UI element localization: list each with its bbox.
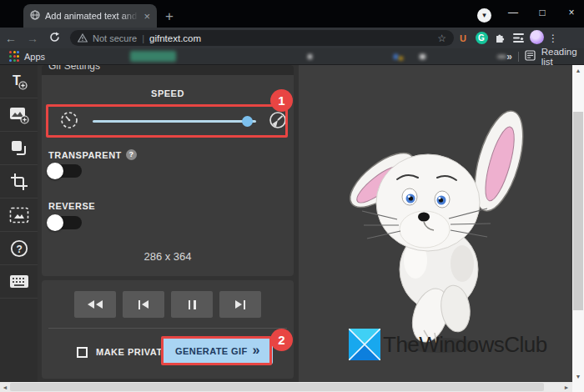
step-forward-button[interactable] [219, 291, 261, 318]
gif-preview[interactable]: TheWindowsClub [299, 65, 572, 382]
not-secure-warning-icon [78, 33, 88, 43]
close-window-button[interactable]: × [563, 7, 580, 18]
reload-button[interactable] [43, 32, 65, 45]
titlebar: Add animated text and images t × + ▾ — □… [0, 0, 584, 28]
rewind-button[interactable] [74, 291, 116, 318]
scrollbar-corner [572, 382, 584, 392]
browser-window: Add animated text and images t × + ▾ — □… [0, 0, 584, 392]
vertical-scrollbar[interactable]: ▲ ▼ [572, 65, 584, 382]
watermark: TheWindowsClub [349, 329, 547, 360]
blurred-bookmark-favicon[interactable] [394, 54, 398, 59]
address-divider: | [142, 33, 144, 43]
gif-dimensions: 286 x 364 [42, 250, 294, 263]
image-selection-tool[interactable] [0, 199, 38, 232]
tab-close-icon[interactable]: × [143, 11, 150, 22]
scroll-right-icon[interactable]: ► [561, 384, 572, 390]
thewindowsclub-logo [349, 329, 380, 360]
transparent-label: TRANSPARENT ? [48, 149, 137, 160]
layers-tool[interactable] [0, 132, 38, 165]
editor-toolbar: T ? [0, 65, 38, 382]
svg-text:?: ? [16, 243, 22, 254]
add-text-tool[interactable]: T [0, 65, 38, 98]
reverse-label: REVERSE [48, 201, 95, 211]
slow-speed-icon [59, 110, 79, 133]
speed-label: SPEED [42, 88, 294, 98]
scroll-up-icon[interactable]: ▲ [572, 68, 584, 73]
chrome-menu-icon[interactable]: ⋮ [546, 33, 561, 44]
minimize-button[interactable]: — [505, 7, 521, 18]
blurred-bookmark[interactable] [130, 51, 176, 62]
bookmarks-overflow-chevron[interactable]: » [506, 51, 512, 63]
tab-favicon-globe-icon [30, 8, 40, 23]
double-chevron-icon: » [253, 343, 260, 358]
actions-divider [48, 328, 287, 329]
step-back-button[interactable] [123, 291, 164, 318]
scroll-left-icon[interactable]: ◄ [0, 384, 10, 390]
annotation-badge-1: 1 [270, 89, 293, 112]
keyboard-shortcuts-tool[interactable] [0, 265, 38, 299]
browser-toolbar: ← → Not secure | gifntext.com ☆ U G ⋮ [0, 28, 584, 48]
apps-label[interactable]: Apps [24, 52, 45, 62]
transparent-help-icon[interactable]: ? [126, 149, 137, 160]
help-tool[interactable]: ? [0, 232, 38, 265]
speed-slider[interactable] [93, 120, 256, 123]
crop-tool[interactable] [0, 165, 38, 199]
new-tab-button[interactable]: + [165, 8, 174, 25]
bookmark-star-icon[interactable]: ☆ [437, 33, 446, 44]
vertical-scrollbar-thumb[interactable] [573, 112, 583, 310]
media-controls-icon[interactable] [509, 33, 527, 43]
fast-speed-icon [268, 110, 288, 133]
blurred-bookmark-favicon[interactable] [497, 55, 506, 58]
add-image-tool[interactable] [0, 98, 38, 132]
back-button[interactable]: ← [0, 32, 22, 45]
url-text: gifntext.com [149, 33, 201, 43]
blurred-bookmark-favicon[interactable] [420, 54, 425, 59]
panel-header: Gif Settings [42, 65, 294, 75]
blurred-bookmark-favicon[interactable] [308, 54, 312, 59]
maximize-button[interactable]: □ [534, 7, 551, 18]
blurred-bookmark-favicon[interactable] [399, 57, 403, 60]
not-secure-label: Not secure [93, 33, 137, 43]
transparent-toggle[interactable] [48, 164, 82, 178]
gif-settings-panel: Gif Settings SPEED TRANSPARENT ? REVERSE [42, 65, 294, 276]
reading-list-label[interactable]: Reading list [541, 47, 577, 67]
scroll-down-icon[interactable]: ▼ [572, 374, 584, 379]
reverse-toggle[interactable] [48, 216, 82, 229]
page-content: T ? Gif Settings [0, 65, 584, 392]
browser-tab[interactable]: Add animated text and images t × [23, 4, 157, 28]
horizontal-scrollbar-thumb[interactable] [10, 383, 544, 391]
forward-button[interactable]: → [22, 32, 43, 45]
annotation-badge-2: 2 [270, 329, 293, 351]
speed-slider-thumb[interactable] [242, 116, 253, 127]
profile-avatar[interactable] [527, 30, 546, 46]
playback-controls [42, 291, 294, 318]
pause-button[interactable] [171, 291, 213, 318]
apps-grid-icon[interactable] [9, 51, 19, 62]
reading-list-icon[interactable] [525, 49, 536, 64]
extensions-puzzle-icon[interactable] [491, 32, 509, 45]
grammarly-extension-icon[interactable]: G [472, 32, 491, 44]
make-private-checkbox[interactable] [77, 347, 88, 358]
actions-panel: MAKE PRIVATE GENERATE GIF» [42, 280, 294, 379]
make-private-label: MAKE PRIVATE [96, 347, 169, 357]
tab-title: Add animated text and images t [45, 11, 138, 21]
watermark-text: TheWindowsClub [383, 332, 547, 358]
address-bar[interactable]: Not secure | gifntext.com ☆ [70, 30, 454, 46]
bookmarks-divider [518, 52, 519, 62]
speed-control [48, 106, 288, 137]
tab-search-button[interactable]: ▾ [477, 8, 491, 23]
ublock-extension-icon[interactable]: U [454, 33, 472, 43]
generate-gif-button[interactable]: GENERATE GIF» [163, 337, 273, 364]
bookmarks-bar: Apps » Reading list [0, 48, 584, 65]
horizontal-scrollbar[interactable]: ◄ ► [0, 382, 572, 392]
